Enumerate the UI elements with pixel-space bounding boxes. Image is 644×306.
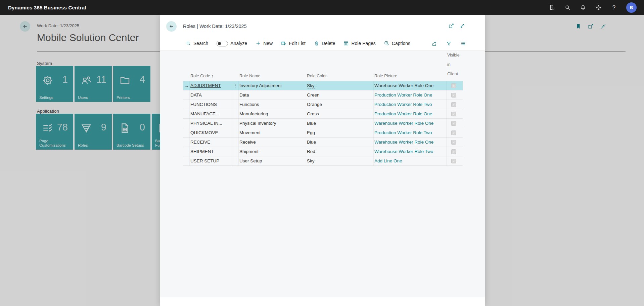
role-color-cell[interactable]: Blue: [306, 138, 374, 147]
table-row[interactable]: → DATA ⋮ Data Green Production Worker Ro…: [183, 90, 463, 100]
header-role-color[interactable]: Role Color: [306, 74, 374, 79]
row-menu-cell[interactable]: ⋮: [232, 119, 239, 128]
header-role-picture[interactable]: Role Picture: [374, 74, 447, 79]
role-code-cell[interactable]: RECEIVE: [190, 138, 232, 147]
role-code-cell[interactable]: QUICKMOVE: [190, 128, 232, 138]
role-name-cell[interactable]: Physical Inventory: [239, 119, 306, 128]
role-picture-cell[interactable]: Production Worker Role One: [374, 90, 447, 100]
table-row[interactable]: → RECEIVE ⋮ Receive Blue Warehouse Worke…: [183, 138, 463, 147]
checked-checkbox[interactable]: ✓: [451, 130, 456, 135]
table-row[interactable]: → USER SETUP ⋮ User Setup Sky Add Line O…: [183, 156, 463, 166]
role-name-cell[interactable]: Inventory Adjustment: [239, 81, 306, 90]
bell-icon[interactable]: [580, 4, 586, 11]
role-code-cell[interactable]: PHYSICAL IN...: [190, 119, 232, 128]
header-role-code[interactable]: Role Code ↑: [190, 74, 232, 79]
checked-checkbox[interactable]: ✓: [451, 93, 456, 98]
table-row[interactable]: → FUNCTIONS ⋮ Functions Orange Productio…: [183, 100, 463, 109]
row-menu-cell[interactable]: ⋮: [232, 90, 239, 100]
table-row[interactable]: → QUICKMOVE ⋮ Movement Egg Production Wo…: [183, 128, 463, 138]
table-row[interactable]: → MANUFACT... ⋮ Manufacturing Grass Prod…: [183, 109, 463, 119]
role-code-cell[interactable]: SHIPMENT: [190, 147, 232, 156]
role-picture-cell[interactable]: Production Worker Role One: [374, 109, 447, 119]
role-color-cell[interactable]: Red: [306, 147, 374, 156]
list-view-icon[interactable]: [460, 41, 466, 46]
role-name-cell[interactable]: Shipment: [239, 147, 306, 156]
role-name-cell[interactable]: Functions: [239, 100, 306, 109]
role-name-cell[interactable]: User Setup: [239, 156, 306, 166]
avatar[interactable]: B: [626, 2, 637, 13]
role-color-cell[interactable]: Sky: [306, 156, 374, 166]
table-row[interactable]: → SHIPMENT ⋮ Shipment Red Warehouse Work…: [183, 147, 463, 156]
role-picture-link[interactable]: Add Line One: [374, 158, 402, 163]
toggle-switch[interactable]: [217, 41, 228, 46]
checked-checkbox[interactable]: ✓: [451, 121, 456, 126]
role-picture-cell[interactable]: Warehouse Worker Role Two: [374, 147, 447, 156]
role-picture-cell[interactable]: Warehouse Worker Role One: [374, 119, 447, 128]
row-menu-cell[interactable]: ⋮: [232, 100, 239, 109]
gear-icon[interactable]: [595, 4, 602, 11]
share-icon[interactable]: [431, 41, 437, 46]
building-icon[interactable]: [549, 4, 555, 11]
role-picture-cell[interactable]: Production Worker Role Two: [374, 128, 447, 138]
header-role-name[interactable]: Role Name: [239, 74, 306, 79]
ellipsis-menu-icon[interactable]: ⋮: [233, 81, 238, 90]
role-picture-link[interactable]: Warehouse Worker Role One: [374, 121, 433, 126]
help-icon[interactable]: ?: [611, 4, 617, 11]
role-color-cell[interactable]: Blue: [306, 119, 374, 128]
role-name-cell[interactable]: Receive: [239, 138, 306, 147]
role-code-cell[interactable]: MANUFACT...: [190, 109, 232, 119]
role-pages-button[interactable]: Role Pages: [343, 41, 375, 46]
checked-checkbox[interactable]: ✓: [451, 102, 456, 107]
checked-checkbox[interactable]: ✓: [451, 140, 456, 145]
role-picture-cell[interactable]: Warehouse Worker Role One: [374, 138, 447, 147]
checked-checkbox[interactable]: ✓: [451, 159, 456, 163]
role-code-cell[interactable]: DATA: [190, 90, 232, 100]
dialog-back-button[interactable]: [166, 21, 177, 32]
search-button[interactable]: Search: [186, 41, 208, 46]
role-color-cell[interactable]: Green: [306, 90, 374, 100]
table-row[interactable]: → PHYSICAL IN... ⋮ Physical Inventory Bl…: [183, 119, 463, 128]
header-visible-in-client[interactable]: Visible in Client: [447, 50, 463, 79]
expand-icon[interactable]: [459, 23, 465, 29]
table-row[interactable]: → ADJUSTMENT ⋮ Inventory Adjustment Sky …: [183, 81, 463, 90]
checked-checkbox[interactable]: ✓: [451, 112, 456, 116]
current-row-arrow-icon: →: [184, 83, 189, 88]
row-selection-cell: →: [183, 90, 190, 100]
role-picture-link[interactable]: Production Worker Role One: [374, 92, 432, 98]
role-color-cell[interactable]: Sky: [306, 81, 374, 90]
filter-icon[interactable]: [446, 41, 452, 46]
captions-button[interactable]: a Captions: [384, 41, 410, 46]
role-picture-cell[interactable]: Warehouse Worker Role One: [374, 81, 447, 90]
role-name-cell[interactable]: Movement: [239, 128, 306, 138]
row-menu-cell[interactable]: ⋮: [232, 147, 239, 156]
role-picture-link[interactable]: Production Worker Role Two: [374, 102, 432, 107]
role-name-cell[interactable]: Data: [239, 90, 306, 100]
role-code-cell[interactable]: ADJUSTMENT: [190, 81, 232, 90]
role-picture-cell[interactable]: Production Worker Role Two: [374, 100, 447, 109]
edit-list-button[interactable]: Edit List: [281, 41, 306, 46]
row-menu-cell[interactable]: ⋮: [232, 156, 239, 166]
role-picture-link[interactable]: Warehouse Worker Role One: [374, 140, 433, 145]
role-color-cell[interactable]: Orange: [306, 100, 374, 109]
checked-checkbox[interactable]: ✓: [451, 83, 456, 88]
role-picture-link[interactable]: Warehouse Worker Role Two: [374, 149, 433, 154]
role-color-cell[interactable]: Grass: [306, 109, 374, 119]
role-picture-cell[interactable]: Add Line One: [374, 156, 447, 166]
open-in-new-icon[interactable]: [448, 23, 454, 29]
role-name-cell[interactable]: Manufacturing: [239, 109, 306, 119]
row-menu-cell[interactable]: ⋮: [232, 109, 239, 119]
delete-button[interactable]: Delete: [314, 41, 335, 46]
role-picture-link[interactable]: Warehouse Worker Role One: [374, 83, 433, 88]
row-menu-cell[interactable]: ⋮: [232, 128, 239, 138]
search-icon[interactable]: [564, 4, 571, 11]
role-code-cell[interactable]: FUNCTIONS: [190, 100, 232, 109]
checked-checkbox[interactable]: ✓: [451, 149, 456, 154]
row-menu-cell[interactable]: ⋮: [232, 138, 239, 147]
analyze-toggle[interactable]: Analyze: [217, 41, 247, 46]
role-picture-link[interactable]: Production Worker Role One: [374, 111, 432, 116]
role-color-cell[interactable]: Egg: [306, 128, 374, 138]
row-menu-cell[interactable]: ⋮: [232, 81, 239, 90]
role-picture-link[interactable]: Production Worker Role Two: [374, 130, 432, 135]
new-button[interactable]: New: [256, 41, 273, 46]
role-code-cell[interactable]: USER SETUP: [190, 156, 232, 166]
